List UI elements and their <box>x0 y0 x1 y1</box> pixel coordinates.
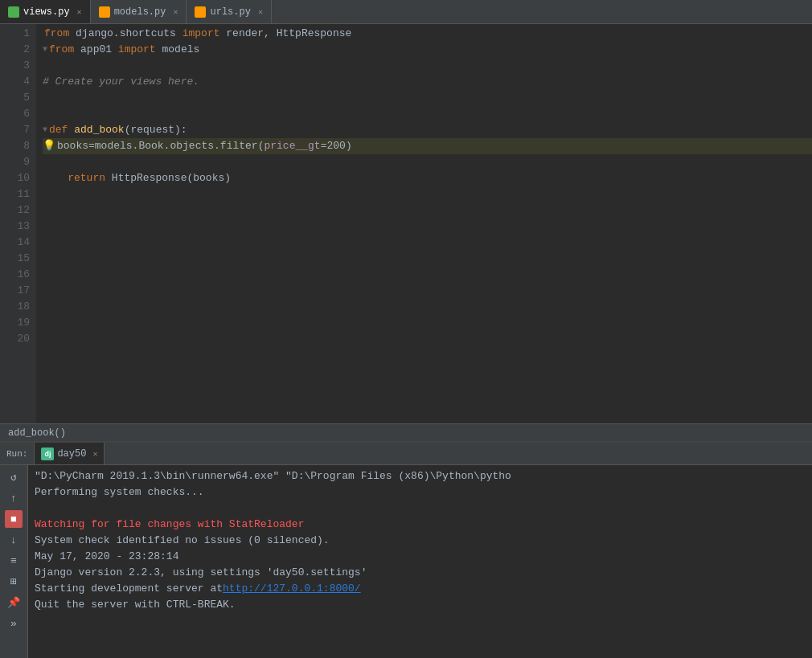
output-line-6: May 17, 2020 - 23:28:14 <box>35 549 806 565</box>
tab-models[interactable]: models.py ✕ <box>91 0 187 23</box>
line-num-20: 20 <box>0 331 30 347</box>
code-line-9 <box>43 154 812 170</box>
line8-text: books=models.Book.objects.filter(price__… <box>57 138 352 154</box>
code-line-2: ▼ from app01 import models <box>43 42 812 58</box>
code-line-13 <box>43 219 812 235</box>
run-tab-day50[interactable]: dj day50 ✕ <box>35 443 105 464</box>
code-line-10: return HttpResponse(books) <box>43 170 812 186</box>
fold-icon-7: ▼ <box>43 122 47 138</box>
views-file-icon <box>8 6 19 18</box>
output-text-8a: Starting development server at <box>35 581 223 597</box>
scroll-up-button[interactable]: ↑ <box>5 489 23 507</box>
line-num-13: 13 <box>0 219 30 235</box>
menu-button[interactable]: ≡ <box>5 552 23 570</box>
output-text-2: Performing system checks... <box>35 484 204 501</box>
tab-urls[interactable]: urls.py ✕ <box>187 0 271 23</box>
output-line-2: Performing system checks... <box>35 484 806 501</box>
output-text-9: Quit the server with CTRL-BREAK. <box>35 597 236 613</box>
line2-text: from app01 import models <box>49 42 199 58</box>
restart-button[interactable]: ↺ <box>5 468 23 486</box>
line-num-10: 10 <box>0 170 30 186</box>
code-line-12 <box>43 202 812 219</box>
code-line-15 <box>43 251 812 267</box>
line-num-14: 14 <box>0 235 30 251</box>
output-line-9: Quit the server with CTRL-BREAK. <box>35 597 806 613</box>
line-num-19: 19 <box>0 315 30 331</box>
pin-button[interactable]: 📌 <box>5 594 23 611</box>
server-url-link[interactable]: http://127.0.0.1:8000/ <box>223 581 361 597</box>
code-line-16 <box>43 267 812 283</box>
run-panel: Run: dj day50 ✕ ↺ ↑ ■ ↓ ≡ ⊞ 📌 » "D:\PyCh… <box>0 441 812 658</box>
run-tab-label: day50 <box>57 448 86 460</box>
editor-status-bar: add_book() <box>0 423 812 441</box>
run-sidebar: ↺ ↑ ■ ↓ ≡ ⊞ 📌 » <box>0 465 28 658</box>
stop-button[interactable]: ■ <box>5 510 23 528</box>
lightbulb-icon[interactable]: 💡 <box>43 140 55 153</box>
output-text-5: System check identified no issues (0 sil… <box>35 533 330 549</box>
line-num-16: 16 <box>0 267 30 283</box>
scroll-down-button[interactable]: ↓ <box>5 531 23 549</box>
fold-icon-2: ▼ <box>43 42 47 58</box>
tab-urls-close[interactable]: ✕ <box>258 7 263 17</box>
line-num-18: 18 <box>0 299 30 315</box>
line-num-15: 15 <box>0 251 30 267</box>
output-line-3 <box>35 501 806 517</box>
line-num-5: 5 <box>0 90 30 106</box>
code-line-1: from django.shortcuts import render, Htt… <box>43 26 812 42</box>
tab-views-close[interactable]: ✕ <box>77 7 82 17</box>
output-line-1: "D:\PyCharm 2019.1.3\bin\runnerw64.exe" … <box>35 468 806 484</box>
layout-button[interactable]: ⊞ <box>5 573 23 591</box>
code-content[interactable]: from django.shortcuts import render, Htt… <box>36 24 812 423</box>
line-num-3: 3 <box>0 58 30 74</box>
run-content: ↺ ↑ ■ ↓ ≡ ⊞ 📌 » "D:\PyCharm 2019.1.3\bin… <box>0 465 812 658</box>
run-output: "D:\PyCharm 2019.1.3\bin\runnerw64.exe" … <box>28 465 812 658</box>
code-area: 1 2 3 4 5 6 7 8 9 10 11 12 13 14 15 16 1… <box>0 24 812 423</box>
status-function: add_book() <box>8 427 66 439</box>
tab-models-close[interactable]: ✕ <box>173 7 178 17</box>
code-line-4: # Create your views here. <box>43 74 812 90</box>
run-tab-bar: Run: dj day50 ✕ <box>0 443 812 465</box>
line10-text: return HttpResponse(books) <box>43 170 231 186</box>
code-line-14 <box>43 235 812 251</box>
code-line-5 <box>43 90 812 106</box>
output-text-6: May 17, 2020 - 23:28:14 <box>35 549 178 565</box>
code-line-7: ▼ def add_book(request): <box>43 122 812 138</box>
line7-text: def add_book(request): <box>49 122 187 138</box>
code-line-20 <box>43 331 812 347</box>
code-line-17 <box>43 283 812 299</box>
line-num-8: 8 <box>0 138 30 154</box>
line-num-11: 11 <box>0 186 30 202</box>
line-num-1: 1 <box>0 26 30 42</box>
models-file-icon <box>99 6 110 18</box>
urls-file-icon <box>195 6 206 18</box>
django-icon: dj <box>41 448 54 460</box>
code-line-18 <box>43 299 812 315</box>
tab-models-label: models.py <box>114 6 166 18</box>
output-text-7: Django version 2.2.3, using settings 'da… <box>35 565 367 581</box>
output-line-8: Starting development server at http://12… <box>35 581 806 597</box>
tab-bar: views.py ✕ models.py ✕ urls.py ✕ <box>0 0 812 24</box>
line-num-9: 9 <box>0 154 30 170</box>
code-line-8: 💡 books=models.Book.objects.filter(price… <box>43 138 812 154</box>
output-line-4: Watching for file changes with StatReloa… <box>35 517 806 533</box>
line4-text: # Create your views here. <box>43 74 199 90</box>
expand-button[interactable]: » <box>5 615 23 632</box>
editor: 1 2 3 4 5 6 7 8 9 10 11 12 13 14 15 16 1… <box>0 24 812 441</box>
line1-text: from django.shortcuts import render, Htt… <box>44 26 351 42</box>
line-numbers: 1 2 3 4 5 6 7 8 9 10 11 12 13 14 15 16 1… <box>0 24 36 423</box>
line-num-2: 2 <box>0 42 30 58</box>
tab-views-label: views.py <box>23 6 70 18</box>
run-tab-close[interactable]: ✕ <box>92 449 97 459</box>
output-text-1: "D:\PyCharm 2019.1.3\bin\runnerw64.exe" … <box>35 468 511 484</box>
tab-urls-label: urls.py <box>210 6 250 18</box>
code-line-6 <box>43 106 812 122</box>
line-num-17: 17 <box>0 283 30 299</box>
line-num-6: 6 <box>0 106 30 122</box>
output-line-5: System check identified no issues (0 sil… <box>35 533 806 549</box>
code-line-11 <box>43 186 812 202</box>
code-line-19 <box>43 315 812 331</box>
tab-views[interactable]: views.py ✕ <box>0 0 91 23</box>
line-num-12: 12 <box>0 202 30 219</box>
line-num-4: 4 <box>0 74 30 90</box>
output-text-4: Watching for file changes with StatReloa… <box>35 517 304 533</box>
